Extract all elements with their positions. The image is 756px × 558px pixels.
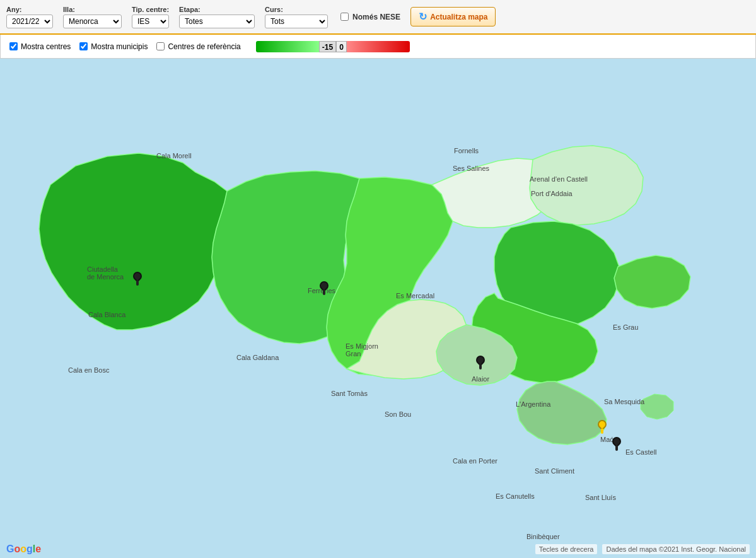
illa-select[interactable]: Menorca Mallorca Eivissa Formentera [63,15,122,28]
curs-label: Curs: [265,6,283,13]
footer-links: Tecles de drecera Dades del mapa ©2021 I… [535,544,750,554]
tip-centre-select[interactable]: IES CEIP CEE Tots [132,15,169,28]
mostra-municipis-label: Mostra municipis [91,42,148,51]
pin-ciutadella[interactable] [132,272,142,286]
gradient-zero: 0 [336,41,347,52]
keyboard-shortcuts-link[interactable]: Tecles de drecera [535,544,598,554]
mostra-municipis-checkbox[interactable] [79,42,88,50]
etapa-label: Etapa: [179,6,201,13]
refresh-icon: ↻ [419,11,427,23]
mostra-centres-checkbox[interactable] [9,42,18,50]
any-label: Any: [6,6,21,13]
pin-mao-yellow[interactable] [597,420,607,434]
map-data-text: Dades del mapa ©2021 Inst. Geogr. Nacion… [602,544,750,554]
toolbar: Any: 2021/22 2020/21 2019/20 Illa: Menor… [0,0,756,35]
etapa-select[interactable]: Totes Primària Secundària Batxillerat [179,15,255,28]
pin-ferreries[interactable] [319,281,329,295]
centres-referencia-checkbox[interactable] [156,42,165,50]
gradient-green [256,41,319,52]
actualitza-label: Actualitza mapa [430,13,487,21]
centres-referencia-label: Centres de referència [168,42,240,51]
any-select[interactable]: 2021/22 2020/21 2019/20 [6,15,53,28]
nese-group: Només NESE [340,13,400,21]
nese-checkbox[interactable] [340,13,349,21]
any-filter: Any: 2021/22 2020/21 2019/20 [6,6,53,28]
mostra-centres-group: Mostra centres [9,42,71,51]
actualitza-button[interactable]: ↻ Actualitza mapa [410,7,496,26]
map-container[interactable]: Fornells Ses Salines Arenal d'en Castell… [0,59,756,558]
mostra-centres-label: Mostra centres [21,42,71,51]
curs-filter: Curs: Tots 1r 2n 3r 4t [265,6,328,28]
mostra-municipis-group: Mostra municipis [79,42,148,51]
gradient-value: -15 [319,41,336,52]
gradient-red [347,41,410,52]
tip-centre-label: Tip. centre: [132,6,169,13]
illa-filter: Illa: Menorca Mallorca Eivissa Formenter… [63,6,122,28]
illa-label: Illa: [63,6,75,13]
tip-centre-filter: Tip. centre: IES CEIP CEE Tots [132,6,169,28]
centres-referencia-group: Centres de referència [156,42,240,51]
legend-bar: Mostra centres Mostra municipis Centres … [0,35,756,59]
map-svg [0,59,756,558]
pin-mao[interactable] [612,437,622,451]
curs-select[interactable]: Tots 1r 2n 3r 4t [265,15,328,28]
pin-alaior[interactable] [475,356,486,369]
etapa-filter: Etapa: Totes Primària Secundària Batxill… [179,6,255,28]
gradient-legend: -15 0 [256,41,410,52]
nese-label: Només NESE [352,13,400,21]
